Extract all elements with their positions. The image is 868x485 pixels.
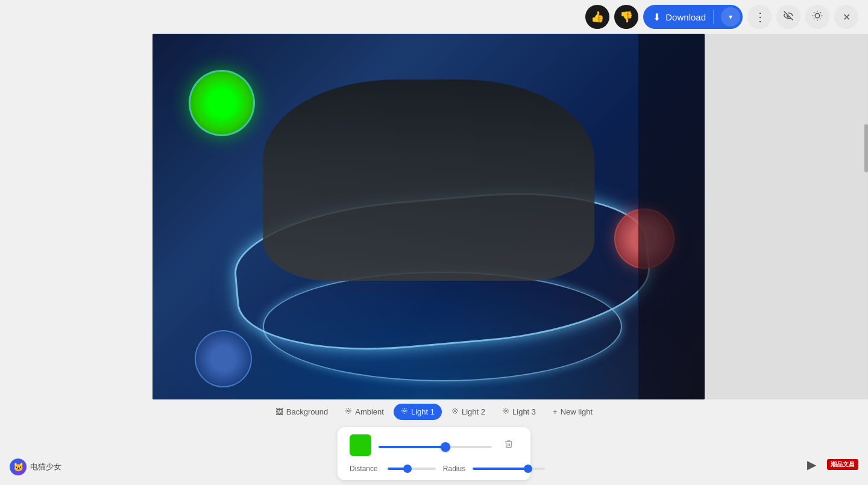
thumbsup-button[interactable]: 👍	[585, 5, 609, 29]
download-icon: ⬇	[653, 11, 661, 23]
right-panel	[705, 34, 868, 399]
distance-slider[interactable]	[388, 468, 436, 470]
watermark-badge: 潮品文昌	[827, 459, 858, 470]
logo-emoji: 🐱	[13, 462, 24, 472]
light-1-green-circle[interactable]	[189, 70, 255, 136]
light1-icon	[401, 407, 408, 416]
tab-light3[interactable]: Light 3	[495, 404, 543, 420]
download-chevron[interactable]: ▾	[721, 7, 740, 27]
svg-point-12	[454, 410, 456, 412]
background-icon: 🖼	[275, 407, 283, 416]
tab-ambient[interactable]: Ambient	[338, 404, 391, 420]
download-button[interactable]: ⬇ Download ▾	[643, 5, 743, 29]
bottom-right-controls: ▶ 潮品文昌	[800, 454, 858, 475]
main-slider[interactable]	[379, 446, 492, 448]
tab-background-label: Background	[286, 407, 328, 416]
download-label: Download	[665, 12, 706, 22]
add-light-icon: +	[553, 407, 558, 416]
distance-radius-row: Distance Radius	[350, 465, 518, 473]
tab-light1-label: Light 1	[411, 407, 435, 416]
light2-icon	[451, 407, 459, 416]
light-controls-panel: 🖼 Background Ambient Light 1	[0, 404, 868, 480]
thumbsdown-icon: 👎	[620, 10, 633, 23]
tab-light1[interactable]: Light 1	[394, 404, 442, 420]
play-icon: ▶	[807, 457, 816, 472]
tab-ambient-label: Ambient	[355, 407, 384, 416]
light1-controls: Distance Radius	[338, 427, 530, 480]
scrollbar-thumb[interactable]	[864, 124, 868, 172]
svg-point-1	[815, 13, 820, 18]
svg-point-10	[348, 410, 350, 412]
neon-floor-light-2	[263, 272, 621, 381]
image-canvas	[153, 34, 705, 399]
light-tab-bar: 🖼 Background Ambient Light 1	[268, 404, 600, 420]
tab-light3-label: Light 3	[512, 407, 536, 416]
logo-text: 电猫少女	[30, 462, 61, 472]
svg-point-13	[505, 410, 507, 412]
trash-icon	[504, 439, 514, 451]
more-icon: ⋮	[754, 10, 766, 24]
light-3-blue-circle[interactable]	[195, 330, 252, 387]
tab-light2-label: Light 2	[462, 407, 485, 416]
radius-slider[interactable]	[473, 468, 545, 470]
tab-new-light-label: New light	[561, 407, 593, 416]
more-button[interactable]: ⋮	[747, 5, 772, 29]
light-toggle-button[interactable]	[805, 5, 829, 29]
toolbar: 👍 👎 ⬇ Download ▾ ⋮	[0, 0, 868, 34]
logo-icon: 🐱	[10, 458, 27, 475]
light3-icon	[502, 407, 509, 416]
photo-background	[153, 34, 705, 399]
svg-line-8	[814, 18, 814, 19]
svg-line-5	[820, 18, 821, 19]
tab-background[interactable]: 🖼 Background	[268, 404, 335, 420]
play-button[interactable]: ▶	[800, 454, 822, 475]
radius-label: Radius	[441, 465, 468, 473]
person-figure	[263, 80, 594, 281]
close-button[interactable]: ✕	[834, 5, 858, 29]
chevron-down-icon: ▾	[729, 13, 732, 21]
thumbsup-icon: 👍	[591, 10, 604, 23]
hide-button[interactable]	[776, 5, 800, 29]
svg-line-9	[820, 12, 821, 13]
svg-point-11	[403, 410, 405, 412]
svg-line-4	[814, 12, 814, 13]
thumbsdown-button[interactable]: 👎	[614, 5, 638, 29]
main-slider-container	[379, 440, 492, 451]
sun-icon	[812, 10, 823, 24]
distance-label: Distance	[350, 465, 383, 473]
scrollbar-track[interactable]	[864, 34, 868, 399]
close-icon: ✕	[843, 11, 851, 23]
right-edge-dark	[638, 34, 705, 399]
download-divider	[713, 10, 714, 24]
tab-light2[interactable]: Light 2	[444, 404, 492, 420]
color-and-slider-row	[350, 434, 518, 456]
tab-new-light[interactable]: + New light	[546, 404, 600, 420]
hide-icon	[783, 10, 794, 24]
right-panel-bg	[705, 34, 868, 399]
bottom-logo: 🐱 电猫少女	[10, 458, 61, 475]
ambient-icon	[345, 407, 352, 416]
delete-light-button[interactable]	[499, 436, 518, 455]
color-swatch-button[interactable]	[350, 434, 371, 456]
